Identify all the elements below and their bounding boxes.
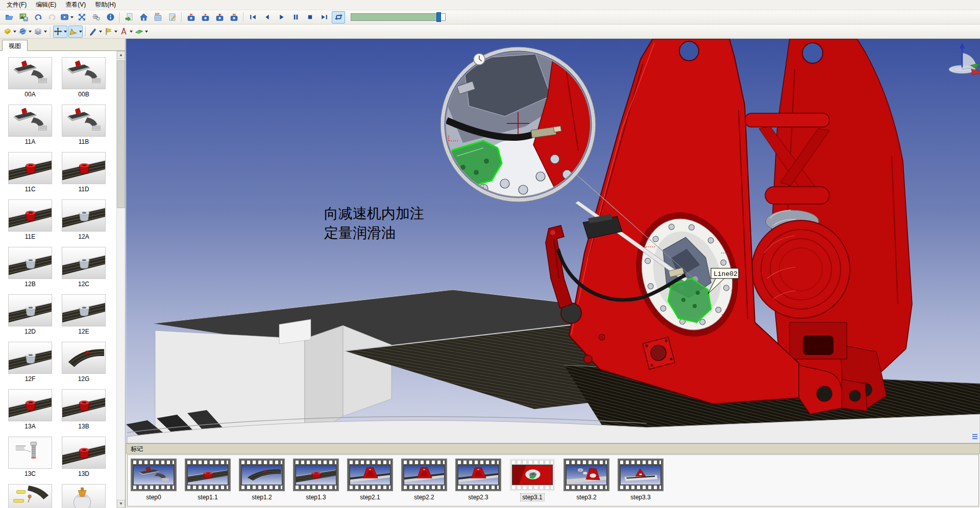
notes-button[interactable]	[165, 11, 179, 23]
sidebar-scrollbar[interactable]: ▲ ▼	[116, 51, 125, 508]
view-mode-button[interactable]	[18, 26, 32, 38]
menu-help[interactable]: 帮助(H)	[90, 0, 120, 10]
view-thumbnail-image[interactable]	[8, 247, 52, 279]
slider-thumb[interactable]	[436, 12, 441, 22]
dropdown-caret-icon[interactable]	[145, 31, 148, 33]
home-view-button[interactable]	[137, 11, 150, 23]
menu-view[interactable]: 查看(V)	[61, 0, 90, 10]
step-thumbnail-image[interactable]	[512, 465, 553, 485]
dropdown-caret-icon[interactable]	[64, 31, 67, 33]
view-thumb-12D[interactable]: 12D	[8, 294, 52, 336]
step-thumbnail-image[interactable]	[404, 465, 445, 485]
filmstrip-frame[interactable]	[347, 459, 393, 491]
record-rewind-button[interactable]	[184, 11, 198, 23]
view-thumb-12C[interactable]: 12C	[62, 247, 106, 289]
menu-edit[interactable]: 编辑(E)	[31, 0, 61, 10]
display-style-button[interactable]	[33, 26, 47, 38]
filmstrip-frame[interactable]	[185, 459, 231, 491]
filmstrip-frame[interactable]	[401, 459, 447, 491]
save-image-button[interactable]	[17, 11, 30, 23]
dropdown-caret-icon[interactable]	[29, 31, 32, 33]
step-thumb-step0[interactable]: step0	[131, 459, 177, 501]
move-tool-button[interactable]	[53, 26, 67, 38]
stop-button[interactable]	[303, 11, 316, 23]
view-thumb-00B[interactable]: 00B	[62, 57, 106, 99]
dropdown-caret-icon[interactable]	[79, 31, 82, 33]
annotation-pen-button[interactable]	[88, 26, 103, 38]
view-thumb-11B[interactable]: 11B	[62, 105, 106, 146]
flag-marker-button[interactable]	[104, 26, 118, 38]
section-plane-button[interactable]	[134, 26, 149, 38]
viewport-3d[interactable]: 向减速机内加注 定量润滑油 Line02	[126, 39, 980, 443]
step-thumb-step1.2[interactable]: step1.2	[239, 459, 285, 501]
fit-view-button[interactable]	[75, 11, 88, 23]
filmstrip-frame[interactable]	[564, 459, 609, 491]
menu-file[interactable]: 文件(F)	[2, 0, 31, 10]
view-thumb-13D[interactable]: 13D	[62, 437, 106, 478]
step-thumbnail-image[interactable]	[133, 465, 174, 485]
scroll-up-icon[interactable]: ▲	[117, 51, 125, 59]
view-thumb-11E[interactable]: 11E	[8, 199, 52, 241]
dropdown-caret-icon[interactable]	[70, 16, 74, 18]
view-thumb-12F[interactable]: 12F	[8, 342, 52, 384]
bom-table-button[interactable]	[151, 11, 164, 23]
view-thumb-partial[interactable]	[62, 484, 106, 508]
step-thumbnail-image[interactable]	[241, 465, 282, 485]
previous-frame-button[interactable]	[260, 11, 274, 23]
tab-views[interactable]: 视图	[2, 40, 28, 51]
step-thumbnail-image[interactable]	[296, 465, 336, 485]
step-thumb-step2.2[interactable]: step2.2	[401, 459, 447, 501]
step-thumb-step1.3[interactable]: step1.3	[293, 459, 339, 501]
step-thumb-step2.1[interactable]: step2.1	[347, 459, 393, 501]
view-thumb-13A[interactable]: 13A	[8, 389, 52, 431]
undo-button[interactable]	[31, 11, 44, 23]
view-thumb-11A[interactable]: 11A	[8, 105, 52, 146]
view-thumbnail-image[interactable]	[62, 437, 106, 469]
view-thumbnail-image[interactable]	[62, 247, 106, 279]
view-thumb-12G[interactable]: 12G	[62, 342, 106, 384]
step-thumbnail-image[interactable]	[187, 465, 228, 485]
step-thumb-step3.1[interactable]: step3.1	[509, 459, 555, 501]
measure-tool-button[interactable]	[119, 26, 133, 38]
view-thumb-12E[interactable]: 12E	[62, 294, 106, 336]
animation-progress-slider[interactable]	[351, 13, 446, 21]
dropdown-caret-icon[interactable]	[114, 31, 117, 33]
view-thumbnail-image[interactable]	[62, 484, 106, 508]
loop-button[interactable]	[332, 11, 345, 23]
record-forward-button[interactable]	[227, 11, 240, 23]
filmstrip-frame[interactable]	[509, 459, 555, 491]
view-thumbnail-image[interactable]	[62, 294, 106, 326]
view-thumb-11C[interactable]: 11C	[8, 152, 52, 194]
view-thumbnail-image[interactable]	[8, 342, 52, 374]
record-play-button[interactable]	[199, 11, 212, 23]
step-thumbnail-image[interactable]	[566, 465, 607, 485]
open-file-button[interactable]	[3, 11, 16, 23]
step-thumbnail-image[interactable]	[350, 465, 390, 485]
step-thumbnail-image[interactable]	[620, 465, 661, 485]
pause-button[interactable]	[289, 11, 302, 23]
step-thumbnail-image[interactable]	[458, 465, 499, 485]
view-thumbnail-image[interactable]	[62, 389, 106, 421]
filmstrip-frame[interactable]	[455, 459, 501, 491]
filmstrip-frame[interactable]	[618, 459, 664, 491]
view-thumb-00A[interactable]: 00A	[8, 57, 52, 99]
step-thumb-step1.1[interactable]: step1.1	[185, 459, 231, 501]
filmstrip-frame[interactable]	[293, 459, 339, 491]
view-thumb-partial[interactable]	[8, 484, 52, 508]
view-thumbnail-image[interactable]	[8, 199, 52, 232]
view-thumbnail-image[interactable]	[62, 342, 106, 374]
view-thumbnail-image[interactable]	[62, 57, 106, 89]
info-button[interactable]	[104, 11, 117, 23]
view-thumbnail-image[interactable]	[62, 105, 106, 137]
view-thumbnail-image[interactable]	[8, 484, 52, 508]
step-thumb-step3.3[interactable]: step3.3	[618, 459, 664, 501]
view-thumbnail-image[interactable]	[8, 152, 52, 184]
record-stop-button[interactable]	[213, 11, 226, 23]
select-tool-button[interactable]	[68, 26, 83, 38]
step-thumb-step2.3[interactable]: step2.3	[455, 459, 501, 501]
filmstrip-frame[interactable]	[239, 459, 285, 491]
view-thumbnail-image[interactable]	[8, 57, 52, 89]
view-thumb-12A[interactable]: 12A	[62, 199, 106, 241]
step-thumb-step3.2[interactable]: step3.2	[564, 459, 609, 501]
view-thumb-13C[interactable]: 13C	[8, 437, 52, 478]
